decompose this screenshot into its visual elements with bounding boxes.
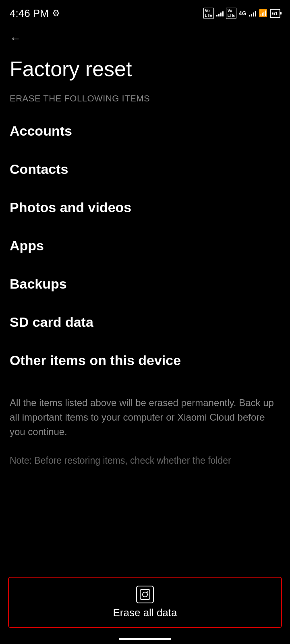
list-item-sd-card: SD card data bbox=[10, 303, 280, 341]
volte-badge-2: VoLTE bbox=[226, 8, 236, 19]
bar3 bbox=[220, 12, 222, 17]
bar4 bbox=[222, 11, 224, 17]
list-item-backups: Backups bbox=[10, 265, 280, 303]
erase-all-data-button[interactable]: Erase all data bbox=[8, 577, 282, 628]
volte-badge-1: VoLTE bbox=[203, 8, 214, 19]
bar2 bbox=[218, 14, 220, 17]
wifi-icon: 📶 bbox=[259, 9, 267, 18]
gear-icon: ⚙ bbox=[52, 8, 60, 19]
back-arrow-icon: ← bbox=[10, 32, 21, 45]
erase-button-container: Erase all data bbox=[0, 577, 290, 628]
time-display: 4:46 PM bbox=[10, 7, 49, 20]
section-label: ERASE THE FOLLOWING ITEMS bbox=[0, 93, 290, 112]
list-item-other-items: Other items on this device bbox=[10, 341, 280, 380]
bar2b bbox=[251, 14, 252, 17]
erase-svg-icon bbox=[139, 589, 151, 600]
erase-icon bbox=[136, 586, 154, 603]
bar3b bbox=[253, 12, 254, 17]
battery-indicator: 61 bbox=[270, 9, 280, 18]
footer-note-2: Note: Before restoring items, check whet… bbox=[10, 454, 280, 468]
signal-bars-2 bbox=[249, 10, 256, 17]
status-icons: VoLTE VoLTE 4G 📶 61 bbox=[203, 8, 280, 19]
status-bar: 4:46 PM ⚙ VoLTE VoLTE 4G 📶 61 bbox=[0, 0, 290, 24]
battery-level: 61 bbox=[272, 10, 278, 17]
erase-button-label: Erase all data bbox=[113, 607, 177, 619]
svg-rect-0 bbox=[140, 590, 150, 599]
list-item-accounts: Accounts bbox=[10, 112, 280, 150]
home-indicator bbox=[119, 638, 171, 640]
list-item-contacts: Contacts bbox=[10, 150, 280, 188]
list-item-photos-videos: Photos and videos bbox=[10, 188, 280, 227]
erase-items-list: Accounts Contacts Photos and videos Apps… bbox=[0, 112, 290, 380]
footer-note-1: All the items listed above will be erase… bbox=[10, 396, 280, 439]
signal-bars-1 bbox=[216, 10, 224, 17]
back-button[interactable]: ← bbox=[0, 24, 290, 49]
footer-note: All the items listed above will be erase… bbox=[0, 380, 290, 476]
list-item-apps: Apps bbox=[10, 227, 280, 265]
bar1b bbox=[249, 15, 250, 17]
page-title: Factory reset bbox=[0, 49, 290, 93]
status-time-area: 4:46 PM ⚙ bbox=[10, 7, 60, 20]
bar1 bbox=[216, 15, 218, 17]
bar4b bbox=[255, 11, 256, 17]
4g-badge: 4G bbox=[239, 10, 246, 17]
